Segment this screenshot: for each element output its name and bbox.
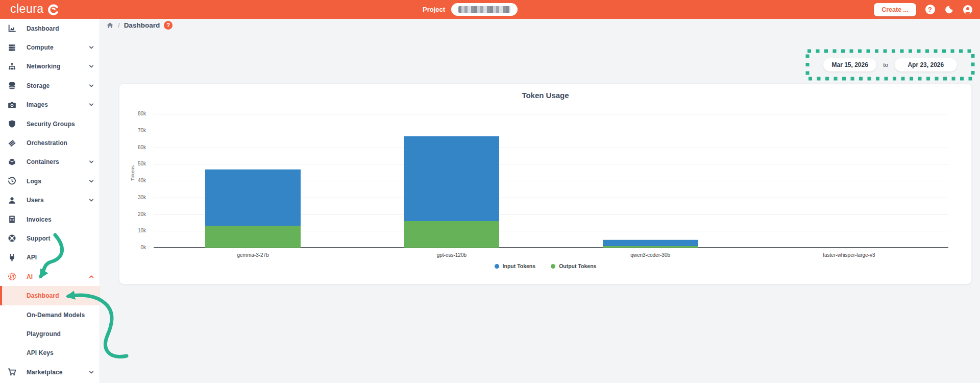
sidebar-item-label: Marketplace	[27, 369, 62, 376]
security-groups-icon	[8, 119, 23, 128]
sidebar-item-marketplace[interactable]: Marketplace	[0, 363, 100, 381]
sidebar-item-images[interactable]: Images	[0, 95, 100, 114]
sidebar-item-label: On-Demand Models	[27, 312, 85, 319]
sidebar-item-api-keys[interactable]: API Keys	[0, 344, 100, 363]
y-axis-tick-label: 40k	[119, 178, 146, 183]
sidebar-item-compute[interactable]: Compute	[0, 38, 100, 57]
y-axis-tick-label: 10k	[119, 228, 146, 233]
sidebar-item-api[interactable]: API	[0, 248, 100, 267]
sidebar-item-label: Images	[27, 101, 48, 108]
legend-item-input-tokens[interactable]: Input Tokens	[495, 263, 536, 269]
orchestration-icon	[8, 139, 23, 148]
legend-dot	[551, 264, 555, 269]
sidebar-item-playground[interactable]: Playground	[0, 324, 100, 343]
sidebar: DashboardComputeNetworkingStorageImagesS…	[0, 19, 100, 383]
x-axis-category-label: qwen3-coder-30b	[589, 252, 712, 258]
breadcrumb-separator: /	[118, 21, 120, 29]
sidebar-item-label: Networking	[27, 63, 60, 70]
networking-icon	[8, 62, 23, 71]
legend-dot	[495, 264, 499, 269]
legend-item-output-tokens[interactable]: Output Tokens	[551, 263, 596, 269]
project-label: Project	[423, 6, 445, 13]
token-usage-chart: Token Usage Tokens Input TokensOutput To…	[119, 83, 972, 284]
sidebar-item-networking[interactable]: Networking	[0, 57, 100, 76]
sidebar-item-invoices[interactable]: Invoices	[0, 210, 100, 229]
sidebar-item-dashboard[interactable]: Dashboard	[0, 286, 100, 305]
chart-gridline	[154, 114, 948, 114]
y-axis-tick-label: 50k	[119, 161, 146, 166]
dashboard-icon	[8, 24, 23, 33]
chart-gridline	[154, 131, 948, 131]
users-icon	[8, 196, 23, 205]
date-range-picker: Mar 15, 2026 to Apr 23, 2026	[805, 49, 975, 81]
sidebar-item-label: Security Groups	[27, 121, 75, 128]
y-axis-tick-label: 80k	[119, 111, 146, 116]
sidebar-item-ai[interactable]: AI	[0, 267, 100, 286]
support-icon	[8, 234, 23, 243]
sidebar-item-on-demand-models[interactable]: On-Demand Models	[0, 305, 100, 324]
account-icon[interactable]	[963, 5, 973, 15]
chart-gridline	[154, 148, 948, 148]
y-axis-tick-label: 60k	[119, 145, 146, 150]
chevron-down-icon	[88, 178, 94, 184]
y-axis-tick-label: 70k	[119, 128, 146, 133]
images-icon	[8, 101, 23, 109]
containers-icon	[8, 158, 23, 166]
sidebar-item-label: Support	[27, 235, 51, 242]
chart-title: Token Usage	[119, 91, 971, 100]
chevron-down-icon	[88, 102, 94, 108]
sidebar-item-label: Dashboard	[27, 292, 59, 299]
logo-text: cleura	[10, 3, 44, 16]
bar-segment-output-tokens	[603, 246, 698, 248]
breadcrumb: / Dashboard ?	[106, 19, 173, 31]
sidebar-item-label: Invoices	[27, 216, 52, 223]
chevron-down-icon	[88, 44, 94, 51]
sidebar-item-orchestration[interactable]: Orchestration	[0, 133, 100, 152]
x-axis-category-label: gemma-3-27b	[192, 252, 314, 258]
logs-icon	[8, 177, 23, 185]
y-axis-tick-label: 20k	[119, 211, 146, 217]
redacted-project-name	[458, 6, 510, 13]
cleura-logo[interactable]: cleura	[10, 3, 59, 16]
help-icon[interactable]: ?	[925, 5, 935, 15]
chevron-up-icon	[88, 274, 94, 280]
bar-segment-output-tokens	[404, 221, 499, 248]
date-range-to-label: to	[883, 62, 888, 68]
sidebar-item-security-groups[interactable]: Security Groups	[0, 114, 100, 133]
help-icon[interactable]: ?	[164, 21, 173, 30]
sidebar-item-label: API Keys	[27, 349, 54, 356]
home-icon[interactable]	[106, 21, 114, 29]
sidebar-item-label: Users	[27, 197, 44, 204]
sidebar-item-users[interactable]: Users	[0, 191, 100, 210]
y-axis-tick-label: 30k	[119, 195, 146, 200]
end-date-input[interactable]: Apr 23, 2026	[895, 58, 957, 71]
sidebar-item-label: API	[27, 254, 37, 261]
sidebar-item-storage[interactable]: Storage	[0, 76, 100, 95]
sidebar-item-dashboard[interactable]: Dashboard	[0, 19, 100, 38]
sidebar-item-label: Orchestration	[27, 139, 67, 147]
chevron-down-icon	[88, 369, 94, 375]
legend-label: Output Tokens	[559, 263, 596, 269]
start-date-input[interactable]: Mar 15, 2026	[823, 58, 876, 71]
storage-icon	[8, 81, 23, 90]
sidebar-item-containers[interactable]: Containers	[0, 153, 100, 172]
compute-icon	[8, 43, 23, 52]
bar-segment-input-tokens	[404, 136, 499, 221]
chevron-down-icon	[88, 83, 94, 89]
sidebar-item-label: Playground	[27, 330, 61, 338]
sidebar-item-support[interactable]: Support	[0, 229, 100, 248]
chevron-down-icon	[88, 63, 94, 69]
ai-icon	[8, 272, 23, 281]
y-axis-tick-label: 0k	[119, 245, 146, 250]
sidebar-item-logs[interactable]: Logs	[0, 172, 100, 190]
project-selector[interactable]	[451, 3, 518, 16]
sidebar-item-label: Storage	[27, 82, 50, 89]
sidebar-item-label: Containers	[27, 158, 59, 165]
breadcrumb-page: Dashboard	[124, 21, 160, 29]
bar-segment-input-tokens	[205, 169, 301, 226]
dark-mode-icon[interactable]	[944, 5, 954, 15]
bar-segment-input-tokens	[603, 240, 698, 246]
sidebar-item-label: Compute	[27, 44, 54, 51]
sidebar-item-label: AI	[27, 273, 33, 280]
create-button[interactable]: Create ...	[874, 3, 916, 16]
